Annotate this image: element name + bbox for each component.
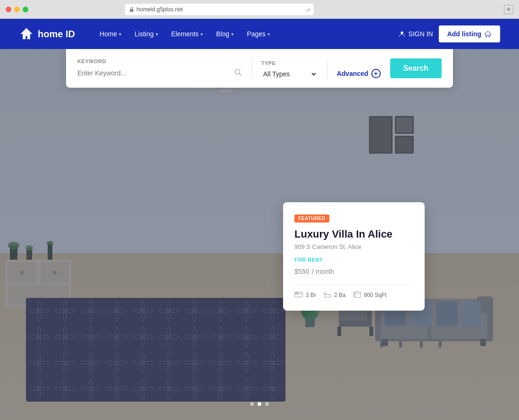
feature-area: 900 SqFt — [353, 291, 387, 299]
hero-section: KEYWORD TYPE All Types — [0, 49, 519, 420]
type-select[interactable]: All Types — [261, 70, 318, 78]
refresh-icon[interactable] — [305, 7, 310, 12]
chevron-down-icon: ▾ — [119, 32, 121, 37]
navbar: home ID Home ▾ Listing ▾ Elements ▾ Blog… — [0, 19, 519, 49]
nav-item-blog[interactable]: Blog ▾ — [210, 26, 239, 41]
sign-in-label: SIGN IN — [409, 30, 433, 38]
svg-line-63 — [239, 74, 241, 75]
type-label: TYPE — [261, 60, 318, 66]
chevron-down-icon: ▾ — [268, 32, 270, 37]
bathrooms-label: 2 Ba — [334, 292, 346, 298]
svg-marker-4 — [485, 31, 491, 37]
lock-icon — [129, 7, 134, 12]
add-listing-label: Add listing — [447, 30, 481, 38]
advanced-plus-icon: + — [371, 69, 381, 78]
search-button[interactable]: Search — [390, 58, 442, 78]
keyword-field: KEYWORD — [77, 58, 252, 78]
svg-line-66 — [326, 297, 326, 298]
advanced-button[interactable]: Advanced + — [337, 69, 381, 78]
site-wrapper: home ID Home ▾ Listing ▾ Elements ▾ Blog… — [0, 19, 519, 420]
maximize-dot[interactable] — [23, 7, 28, 12]
close-dot[interactable] — [6, 7, 11, 12]
hero-overlay — [0, 49, 519, 420]
browser-chrome: homeid.g5plus.net + — [0, 0, 519, 19]
minimize-dot[interactable] — [14, 7, 20, 12]
keyword-input-wrapper — [77, 68, 242, 78]
home-icon — [484, 30, 492, 38]
svg-rect-65 — [296, 292, 298, 294]
add-listing-button[interactable]: Add listing — [439, 25, 500, 42]
chevron-down-icon: ▾ — [156, 32, 158, 37]
search-panel: KEYWORD TYPE All Types — [66, 49, 453, 88]
nav-item-pages[interactable]: Pages ▾ — [241, 26, 276, 41]
price-period: / month — [312, 268, 334, 275]
carousel-dots — [250, 402, 269, 406]
price-value: $550 — [294, 268, 309, 275]
sign-in-button[interactable]: SIGN IN — [398, 30, 433, 38]
property-features: 3 Br 2 Ba — [294, 291, 413, 299]
chevron-down-icon: ▾ — [231, 32, 234, 37]
feature-bedrooms: 3 Br — [294, 291, 316, 299]
room-background — [0, 49, 519, 420]
new-tab-button[interactable]: + — [504, 5, 513, 14]
logo-icon — [19, 26, 34, 41]
nav-links: Home ▾ Listing ▾ Elements ▾ Blog ▾ Pages… — [94, 26, 398, 41]
property-title: Luxury Villa In Alice — [294, 228, 413, 240]
bath-icon — [324, 291, 331, 299]
property-card[interactable]: FEATURED Luxury Villa In Alice 909 S Cam… — [283, 202, 425, 310]
url-text: homeid.g5plus.net — [136, 6, 183, 13]
address-bar[interactable]: homeid.g5plus.net — [125, 4, 314, 15]
property-price: $550 / month — [294, 264, 413, 277]
carousel-dot-3[interactable] — [265, 402, 269, 406]
svg-point-62 — [235, 69, 240, 74]
property-status: FOR RENT — [294, 257, 413, 263]
svg-line-67 — [329, 297, 330, 298]
property-divider — [294, 284, 413, 285]
area-icon — [353, 291, 361, 299]
nav-item-home[interactable]: Home ▾ — [94, 26, 127, 41]
svg-point-3 — [401, 32, 403, 34]
nav-right: SIGN IN Add listing — [398, 25, 500, 42]
area-label: 900 SqFt — [364, 292, 387, 298]
chevron-down-icon: ▾ — [201, 32, 203, 37]
logo[interactable]: home ID — [19, 26, 75, 41]
carousel-dot-1[interactable] — [250, 402, 254, 406]
feature-bathrooms: 2 Ba — [324, 291, 346, 299]
keyword-input[interactable] — [77, 69, 230, 77]
bedrooms-label: 3 Br — [306, 292, 316, 298]
advanced-label: Advanced — [337, 70, 368, 77]
property-address: 909 S Cameron St, Alice — [294, 243, 413, 250]
svg-rect-68 — [353, 292, 360, 297]
user-icon — [398, 30, 406, 38]
search-magnifier-icon — [234, 68, 242, 78]
keyword-label: KEYWORD — [77, 58, 242, 64]
traffic-lights — [6, 7, 28, 12]
carousel-dot-2[interactable] — [258, 402, 261, 406]
type-field: TYPE All Types — [261, 60, 327, 78]
nav-item-listing[interactable]: Listing ▾ — [129, 26, 163, 41]
svg-rect-0 — [130, 9, 134, 12]
bed-icon — [294, 291, 303, 299]
nav-item-elements[interactable]: Elements ▾ — [166, 26, 209, 41]
featured-badge: FEATURED — [294, 214, 329, 222]
logo-text: home ID — [38, 29, 75, 40]
